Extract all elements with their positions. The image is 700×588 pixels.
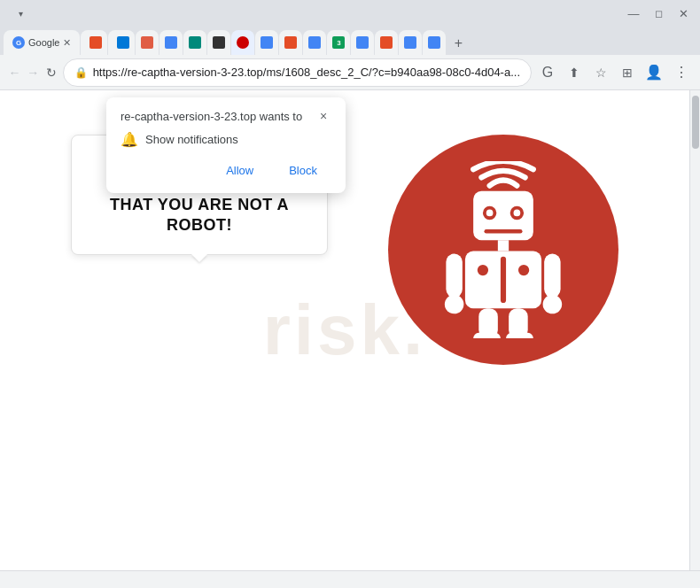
popup-close-button[interactable]: × [315, 108, 331, 124]
tab-favicon-8 [237, 36, 249, 49]
new-tab-button[interactable]: + [447, 32, 470, 55]
tab-close-1[interactable]: ✕ [63, 37, 71, 49]
tab-favicon-13 [356, 36, 369, 49]
page-content: risk. re-captha-version-3-23.top wants t… [0, 90, 689, 570]
lock-icon: 🔒 [74, 66, 88, 79]
browser-window: ▾ — ◻ ✕ G Google ✕ [0, 0, 700, 588]
share-icon[interactable]: ⬆ [562, 60, 587, 85]
tab-favicon-7 [213, 36, 225, 49]
tab-item-14[interactable] [375, 30, 398, 55]
svg-rect-8 [501, 257, 506, 303]
back-button[interactable]: ← [7, 60, 22, 85]
tab-item-2[interactable] [81, 30, 107, 55]
restore-button[interactable]: ◻ [647, 4, 670, 22]
tab-item-11[interactable] [303, 30, 326, 55]
tab-favicon-6 [189, 36, 201, 49]
tab-favicon-3 [117, 36, 129, 49]
tab-favicon-4 [141, 36, 153, 49]
tab-favicon-9 [261, 36, 273, 49]
svg-rect-6 [498, 240, 509, 251]
svg-point-3 [486, 210, 494, 217]
menu-icon[interactable]: ⋮ [668, 60, 693, 85]
address-text: https://re-captha-version-3-23.top/ms/16… [93, 66, 520, 79]
popup-title: re-captha-version-3-23.top wants to [121, 110, 302, 123]
svg-point-12 [445, 295, 464, 314]
captcha-line2: THAT YOU ARE NOT A ROBOT! [110, 196, 289, 234]
tab-favicon-15 [404, 36, 416, 49]
tab-item-9[interactable] [255, 30, 278, 55]
tab-favicon-5 [165, 36, 177, 49]
tab-grid-icon[interactable]: ⊞ [615, 60, 640, 85]
block-button[interactable]: Block [275, 159, 331, 182]
account-icon[interactable]: 👤 [642, 60, 666, 85]
tab-item-12[interactable]: 3 [327, 30, 350, 55]
window-controls-row: ▾ — ◻ ✕ [0, 0, 700, 27]
tab-favicon-10 [284, 36, 297, 49]
svg-rect-18 [506, 333, 533, 338]
popup-description: Show notifications [145, 133, 238, 146]
tab-item-6[interactable] [183, 30, 206, 55]
address-bar[interactable]: 🔒 https://re-captha-version-3-23.top/ms/… [63, 58, 532, 87]
popup-body: 🔔 Show notifications [121, 131, 331, 148]
svg-point-9 [478, 265, 488, 275]
tab-favicon-11 [308, 36, 321, 49]
tab-item-10[interactable] [279, 30, 302, 55]
tab-item-8[interactable] [231, 30, 254, 55]
tab-favicon-2 [89, 36, 102, 49]
scrollbar-thumb[interactable] [692, 96, 699, 149]
status-bar [0, 570, 700, 588]
svg-rect-13 [544, 254, 560, 298]
tab-favicon-14 [380, 36, 393, 49]
tab-item-4[interactable] [136, 30, 159, 55]
google-icon[interactable]: G [535, 60, 560, 85]
popup-actions: Allow Block [121, 159, 331, 182]
nav-right-icons: G ⬆ ☆ ⊞ 👤 ⋮ [535, 60, 693, 85]
dropdown-icon[interactable]: ▾ [9, 4, 32, 22]
tab-favicon-1: G [12, 36, 25, 49]
notification-popup: re-captha-version-3-23.top wants to × 🔔 … [106, 97, 346, 193]
reload-button[interactable]: ↻ [44, 60, 59, 85]
tab-item-16[interactable] [423, 30, 446, 55]
forward-button[interactable]: → [26, 60, 41, 85]
svg-rect-17 [473, 333, 501, 338]
svg-point-10 [518, 265, 529, 275]
tab-favicon-16 [428, 36, 440, 49]
content-row: risk. re-captha-version-3-23.top wants t… [0, 90, 700, 570]
tab-item-1[interactable]: G Google ✕ [4, 30, 80, 55]
tab-item-5[interactable] [159, 30, 183, 55]
robot-svg [432, 161, 574, 338]
svg-rect-5 [484, 229, 522, 234]
navigation-bar: ← → ↻ 🔒 https://re-captha-version-3-23.t… [0, 55, 700, 90]
tab-favicon-12: 3 [332, 36, 345, 49]
scrollbar[interactable] [689, 90, 700, 570]
top-chrome: ▾ — ◻ ✕ G Google ✕ [0, 0, 700, 55]
tab-item-7[interactable] [207, 30, 230, 55]
robot-area [388, 135, 618, 365]
bookmark-icon[interactable]: ☆ [588, 60, 613, 85]
robot-circle [388, 135, 618, 365]
svg-point-4 [514, 210, 521, 217]
tab-item-15[interactable] [399, 30, 422, 55]
tabs-strip: G Google ✕ [0, 27, 700, 55]
allow-button[interactable]: Allow [212, 159, 268, 182]
close-button[interactable]: ✕ [672, 4, 695, 22]
svg-point-14 [543, 295, 563, 314]
minimize-button[interactable]: — [622, 4, 645, 22]
popup-header: re-captha-version-3-23.top wants to × [121, 108, 331, 124]
tab-label-1: Google [28, 37, 59, 48]
bell-icon: 🔔 [121, 131, 138, 148]
svg-rect-11 [446, 254, 462, 298]
tab-item-13[interactable] [351, 30, 374, 55]
tab-item-3[interactable] [108, 30, 135, 55]
